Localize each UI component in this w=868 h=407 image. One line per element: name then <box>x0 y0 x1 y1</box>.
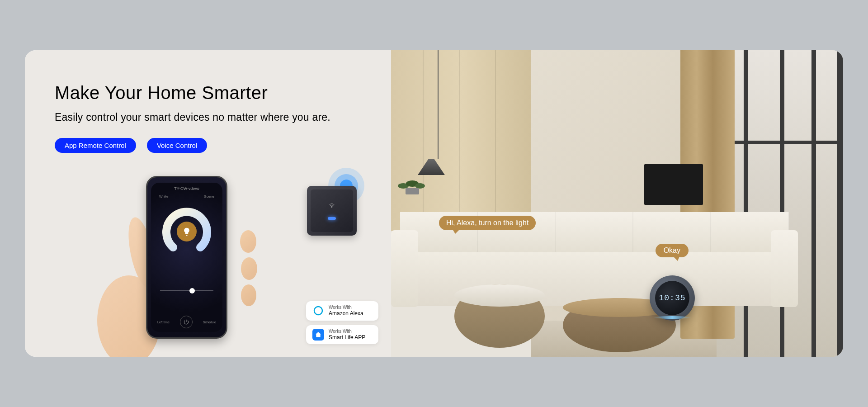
switch-led-indicator <box>328 217 336 220</box>
phone-left-time: Left time <box>157 321 170 324</box>
svg-rect-8 <box>406 188 419 194</box>
phone-app-title: TY-CW-vdevo <box>151 183 222 191</box>
badge-alexa-name: Amazon Alexa <box>329 310 363 317</box>
smartlife-badge: Works With Smart Life APP <box>306 325 378 344</box>
switch-panel <box>311 189 353 232</box>
hero-container: Make Your Home Smarter Easily control yo… <box>25 50 843 357</box>
house-icon <box>315 331 322 338</box>
echo-display: 10:35 <box>655 281 689 315</box>
hero-subheading: Easily control your smart devices no mat… <box>55 111 391 123</box>
phone-screen: TY-CW-vdevo White Scene <box>151 183 222 332</box>
television <box>644 164 703 205</box>
alexa-icon <box>312 305 324 317</box>
left-panel: Make Your Home Smarter Easily control yo… <box>25 50 391 357</box>
wood-wall-panel <box>391 50 531 231</box>
hand-finger <box>240 230 256 253</box>
potted-plant <box>396 168 428 195</box>
brightness-slider <box>160 290 213 291</box>
wifi-icon <box>328 202 335 209</box>
alexa-response-bubble: Okay <box>656 244 689 257</box>
badge-works-with: Works With <box>329 305 363 310</box>
pendant-lamp <box>431 50 445 175</box>
lamp-cord <box>438 50 439 159</box>
svg-point-3 <box>331 207 332 208</box>
living-room-scene: 10:35 Hi, Alexa, turn on the light Okay <box>391 50 843 357</box>
echo-clock-time: 10:35 <box>659 293 685 303</box>
app-remote-button[interactable]: App Remote Control <box>55 138 136 153</box>
phone-tab-white: White <box>159 194 168 199</box>
phone-tab-scene: Scene <box>204 194 214 199</box>
power-button <box>180 316 193 328</box>
alexa-badge: Works With Amazon Alexa <box>306 301 378 320</box>
phone-tabs: White Scene <box>151 191 222 199</box>
smartlife-badge-text: Works With Smart Life APP <box>329 329 365 341</box>
echo-dot-device: 10:35 <box>650 275 699 321</box>
svg-point-7 <box>415 183 425 189</box>
badge-works-with: Works With <box>329 329 365 334</box>
hand-finger <box>241 257 257 280</box>
compatibility-badges: Works With Amazon Alexa Works With Smart… <box>306 301 378 344</box>
plant-icon <box>396 168 428 195</box>
slider-thumb <box>189 288 195 293</box>
bulb-icon <box>182 227 191 236</box>
voice-control-button[interactable]: Voice Control <box>147 138 207 153</box>
echo-sphere: 10:35 <box>650 275 695 321</box>
phone-schedule: Schedule <box>203 321 216 324</box>
hand-finger <box>241 284 256 306</box>
badge-smartlife-name: Smart Life APP <box>329 334 365 341</box>
hero-heading: Make Your Home Smarter <box>55 83 391 103</box>
button-row: App Remote Control Voice Control <box>55 138 391 153</box>
coffee-table-large <box>454 284 545 348</box>
phone-bottom-bar: Left time Schedule <box>151 316 222 328</box>
alexa-ring-icon <box>313 305 324 316</box>
svg-point-4 <box>314 307 322 315</box>
brightness-dial <box>160 204 214 259</box>
bulb-button <box>177 222 197 241</box>
user-speech-bubble: Hi, Alexa, turn on the light <box>439 216 536 230</box>
sofa-arm <box>391 230 418 307</box>
smartlife-icon <box>312 329 324 341</box>
smart-switch-device <box>307 186 357 236</box>
alexa-badge-text: Works With Amazon Alexa <box>329 305 363 317</box>
right-panel: 10:35 Hi, Alexa, turn on the light Okay <box>391 50 843 357</box>
smartphone-device: TY-CW-vdevo White Scene <box>146 176 227 339</box>
sofa-arm <box>771 230 798 307</box>
power-icon <box>183 319 189 325</box>
echo-light-ring <box>653 316 691 319</box>
hand-holding-phone: TY-CW-vdevo White Scene <box>111 176 251 357</box>
